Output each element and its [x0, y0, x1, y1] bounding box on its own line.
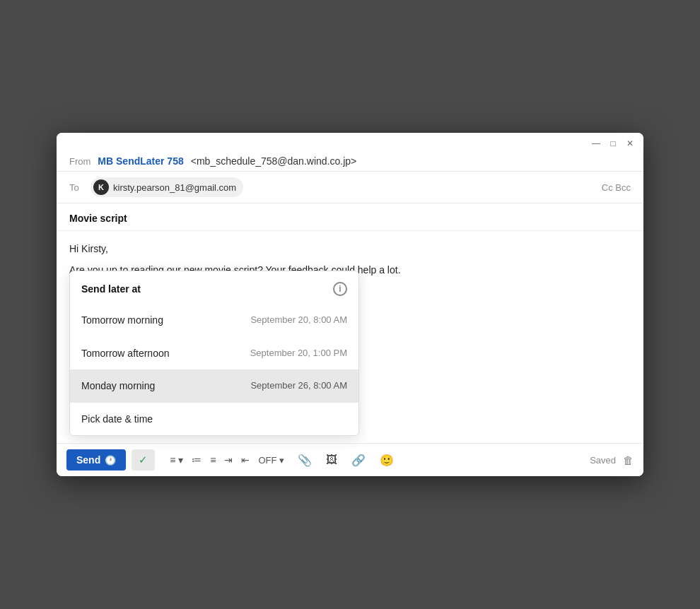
option-pick-date[interactable]: Pick date & time [70, 403, 358, 435]
emoji-button[interactable]: 🙂 [375, 451, 398, 470]
email-body[interactable]: Hi Kirsty, Are you up to reading our new… [57, 231, 643, 443]
option-tomorrow-afternoon[interactable]: Tomorrow afternoon September 20, 1:00 PM [70, 337, 358, 369]
recipient-chip[interactable]: K kirsty.pearson_81@gmail.com [91, 177, 243, 197]
window-controls: — □ ✕ [591, 138, 635, 148]
option-label: Pick date & time [81, 411, 153, 427]
from-email: <mb_schedule_758@dan.wind.co.jp> [191, 155, 357, 167]
title-bar: — □ ✕ [57, 133, 643, 151]
format-group: ≡ ▾ ≔ ≡ ⇥ ⇤ OFF ▾ [166, 452, 288, 468]
toolbar-right: Saved 🗑 [590, 454, 634, 466]
avatar: K [93, 179, 109, 195]
image-button[interactable]: 🖼 [322, 451, 342, 469]
recipient-email: kirsty.pearson_81@gmail.com [113, 182, 236, 193]
unordered-list-button[interactable]: ≡ [206, 452, 219, 468]
align-button[interactable]: ≡ ▾ [166, 452, 187, 468]
clock-icon: 🕐 [105, 455, 116, 466]
indent-button[interactable]: ⇥ [221, 452, 236, 468]
send-button[interactable]: Send 🕐 [66, 449, 126, 471]
greeting: Hi Kirsty, [69, 241, 631, 256]
delete-button[interactable]: 🗑 [623, 454, 634, 466]
option-label: Monday morning [81, 378, 155, 394]
cc-bcc-button[interactable]: Cc Bcc [602, 182, 631, 193]
close-button[interactable]: ✕ [625, 138, 635, 148]
option-label: Tomorrow morning [81, 312, 163, 328]
off-toggle[interactable]: OFF ▾ [255, 453, 288, 468]
trash-icon: 🗑 [623, 454, 634, 466]
saved-label: Saved [590, 455, 616, 466]
to-label: To [69, 182, 91, 193]
toolbar: Send 🕐 ✓ ≡ ▾ ≔ ≡ ⇥ ⇤ OFF ▾ 📎 🖼 🔗 🙂 Saved [57, 443, 643, 476]
attachment-button[interactable]: 📎 [293, 451, 316, 470]
subject-text: Movie script [69, 213, 127, 224]
emoji-icon: 🙂 [380, 454, 394, 467]
option-monday-morning[interactable]: Monday morning September 26, 8:00 AM [70, 369, 358, 402]
popup-header: Send later at i [70, 271, 358, 304]
link-button[interactable]: 🔗 [347, 451, 370, 470]
option-label: Tomorrow afternoon [81, 345, 170, 361]
image-icon: 🖼 [326, 454, 337, 466]
email-compose-window: — □ ✕ From MB SendLater 758 <mb_schedule… [57, 133, 643, 476]
outdent-button[interactable]: ⇤ [238, 452, 253, 468]
link-icon: 🔗 [351, 454, 366, 467]
from-row: From MB SendLater 758 <mb_schedule_758@d… [57, 151, 643, 172]
minimize-button[interactable]: — [591, 138, 601, 148]
option-time: September 20, 1:00 PM [250, 346, 347, 361]
popup-title: Send later at [81, 281, 141, 297]
subject-row: Movie script [57, 203, 643, 231]
to-row: To K kirsty.pearson_81@gmail.com Cc Bcc [57, 172, 643, 203]
from-label: From [69, 156, 91, 167]
from-name: MB SendLater 758 [98, 155, 183, 167]
option-time: September 20, 8:00 AM [250, 313, 347, 328]
send-later-popup: Send later at i Tomorrow morning Septemb… [69, 271, 359, 436]
maximize-button[interactable]: □ [608, 138, 618, 148]
option-time: September 26, 8:00 AM [250, 379, 347, 394]
checkmark-icon: ✓ [139, 454, 148, 466]
info-icon[interactable]: i [333, 282, 347, 296]
attachment-icon: 📎 [298, 454, 312, 467]
send-label: Send [76, 454, 100, 466]
option-tomorrow-morning[interactable]: Tomorrow morning September 20, 8:00 AM [70, 304, 358, 336]
checkmark-button[interactable]: ✓ [132, 449, 155, 471]
ordered-list-button[interactable]: ≔ [188, 452, 205, 468]
